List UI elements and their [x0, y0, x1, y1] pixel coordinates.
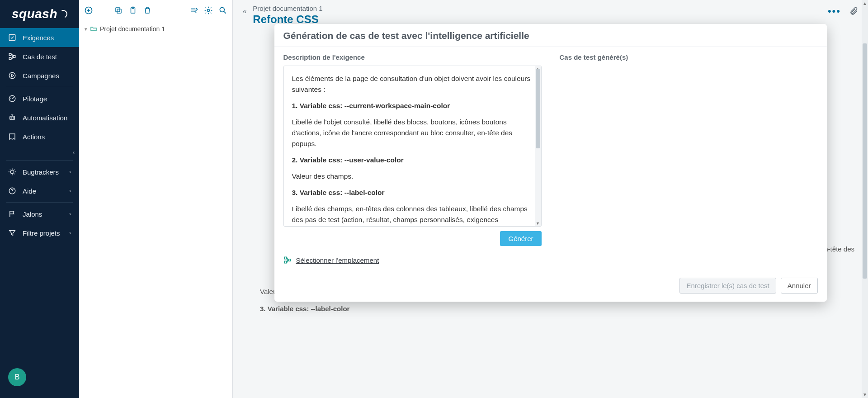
chevron-right-icon: ›: [69, 230, 71, 236]
svg-rect-0: [9, 34, 15, 41]
modal-footer: Enregistrer le(s) cas de test Annuler: [274, 272, 827, 302]
svg-point-9: [10, 170, 14, 174]
sidebar-item-jalons[interactable]: Jalons ›: [0, 204, 79, 223]
book-icon: [8, 133, 16, 141]
svg-rect-1: [9, 53, 11, 56]
right-heading: Cas de test généré(s): [560, 53, 818, 61]
collapse-panel-icon[interactable]: «: [243, 5, 246, 15]
header-titles: Projet documentation 1 Refonte CSS: [253, 5, 322, 26]
collapse-sidebar-icon[interactable]: ‹: [73, 149, 75, 156]
description-scrollbar[interactable]: ▲ ▼: [535, 66, 541, 226]
tree-root-item[interactable]: ▾ Projet documentation 1: [84, 24, 228, 34]
search-icon[interactable]: [218, 5, 228, 15]
bg-line-heading: 3. Variable css: --label-color: [260, 305, 349, 313]
robot-icon: [8, 114, 16, 122]
sidebar-item-label: Jalons: [23, 210, 42, 218]
svg-point-17: [220, 7, 224, 12]
sidebar-item-pilotage[interactable]: Pilotage: [0, 89, 79, 108]
page-scrollbar[interactable]: ▲ ▼: [862, 0, 868, 398]
nav-divider: [6, 87, 73, 87]
scroll-thumb[interactable]: [536, 69, 540, 148]
check-square-icon: [8, 33, 16, 42]
svg-point-16: [208, 9, 210, 12]
more-actions-icon[interactable]: •••: [828, 5, 841, 17]
tree-root-label: Projet documentation 1: [100, 25, 165, 33]
desc-p3: Libellé des champs, en-têtes des colonne…: [292, 204, 533, 227]
location-row: Sélectionner l'emplacement: [274, 256, 827, 272]
scroll-thumb[interactable]: [863, 43, 867, 279]
flag-icon: [8, 210, 16, 218]
tree-toolbar: [79, 0, 232, 21]
sidebar-item-label: Campagnes: [23, 72, 59, 80]
sidebar-item-exigences[interactable]: Exigences: [0, 28, 79, 47]
sidebar-item-label: Actions: [23, 133, 45, 141]
header-actions: •••: [828, 5, 858, 17]
select-location-link[interactable]: Sélectionner l'emplacement: [296, 256, 379, 264]
sidebar-footer: B: [0, 362, 79, 398]
desc-p1: Libellé de l'objet consulté, libellé des…: [292, 117, 533, 149]
gauge-icon: [8, 95, 16, 103]
add-icon[interactable]: [84, 5, 94, 15]
sidebar: squash Exigences Cas de test Campagnes P…: [0, 0, 79, 398]
brand-arc-icon: [58, 9, 68, 19]
description-textarea[interactable]: Les éléments de la page de consultation …: [283, 66, 542, 227]
svg-rect-2: [9, 57, 11, 60]
sidebar-item-filtre-projets[interactable]: Filtre projets ›: [0, 223, 79, 242]
play-circle-icon: [8, 71, 16, 80]
scroll-down-icon[interactable]: ▼: [862, 392, 868, 397]
sidebar-item-label: Bugtrackers: [23, 168, 59, 176]
sidebar-item-bugtrackers[interactable]: Bugtrackers ›: [0, 162, 79, 181]
brand-text: squash: [12, 7, 57, 21]
scroll-up-icon[interactable]: ▲: [862, 1, 868, 6]
sidebar-item-cas-de-test[interactable]: Cas de test: [0, 47, 79, 66]
sidebar-item-automatisation[interactable]: Automatisation: [0, 108, 79, 127]
generate-row: Générer: [283, 227, 542, 251]
breadcrumb: Projet documentation 1: [253, 5, 322, 12]
attachment-icon[interactable]: [849, 5, 858, 17]
svg-point-7: [11, 118, 12, 118]
scroll-down-icon[interactable]: ▼: [535, 221, 541, 226]
cancel-button[interactable]: Annuler: [781, 278, 818, 294]
save-testcases-button[interactable]: Enregistrer le(s) cas de test: [679, 278, 776, 294]
sidebar-item-label: Pilotage: [23, 95, 47, 103]
svg-rect-12: [117, 9, 121, 13]
modal-body: Description de l'exigence Les éléments d…: [274, 47, 827, 256]
main-panel: « Projet documentation 1 Refonte CSS •••…: [233, 0, 868, 398]
sidebar-item-aide[interactable]: Aide ›: [0, 181, 79, 200]
nav-divider: [6, 202, 73, 203]
gear-icon[interactable]: [203, 5, 213, 15]
desc-p2: Valeur des champs.: [292, 171, 533, 182]
svg-rect-19: [284, 261, 287, 263]
svg-point-4: [9, 72, 15, 79]
user-avatar[interactable]: B: [8, 368, 26, 386]
modal-right-column: Cas de test généré(s): [560, 53, 818, 251]
chevron-right-icon: ›: [69, 188, 71, 194]
sidebar-item-campagnes[interactable]: Campagnes: [0, 66, 79, 85]
sidebar-item-label: Aide: [23, 187, 36, 195]
sidebar-item-label: Filtre projets: [23, 229, 60, 237]
paste-icon[interactable]: [128, 5, 138, 15]
filter-icon: [8, 229, 16, 237]
delete-icon[interactable]: [142, 5, 152, 15]
chevron-right-icon: ›: [69, 211, 71, 217]
sort-icon[interactable]: [189, 5, 199, 15]
sidebar-item-label: Cas de test: [23, 53, 57, 61]
svg-rect-18: [284, 257, 287, 259]
desc-h1: 1. Variable css: --current-workspace-mai…: [292, 102, 450, 109]
brand-logo: squash: [0, 0, 79, 28]
tree-icon: [283, 256, 292, 264]
svg-rect-3: [13, 56, 15, 58]
sidebar-item-actions[interactable]: Actions: [0, 127, 79, 146]
svg-rect-20: [288, 259, 291, 261]
sidebar-collapse-row: ‹: [0, 146, 79, 158]
sidebar-item-label: Exigences: [23, 34, 54, 42]
generate-button[interactable]: Générer: [500, 231, 541, 246]
tree-panel: ▾ Projet documentation 1: [79, 0, 233, 398]
desc-h3: 3. Variable css: --label-color: [292, 189, 385, 196]
folder-icon: [90, 25, 97, 33]
avatar-initial: B: [15, 373, 20, 381]
main-header: « Projet documentation 1 Refonte CSS •••: [233, 0, 868, 28]
help-icon: [8, 187, 16, 195]
chevron-right-icon: ›: [69, 169, 71, 175]
copy-icon[interactable]: [113, 5, 123, 15]
